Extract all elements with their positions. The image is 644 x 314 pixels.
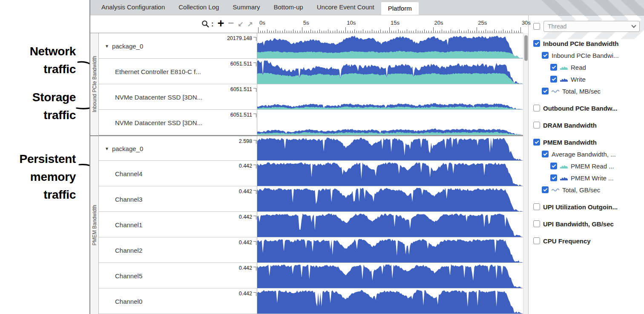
scrollbar-thumb[interactable] [524, 35, 528, 61]
row-label-cell[interactable]: Channel30.442 [99, 186, 257, 211]
ruler-tick [333, 31, 333, 33]
panel-item-upi-bandwidth-gb-sec[interactable]: UPI Bandwidth, GB/sec [533, 218, 642, 230]
row-group-label-pmem: PMEM Bandwidth [90, 136, 98, 314]
row-label-cell[interactable]: Channel10.442 [99, 212, 257, 237]
thread-filter-checkbox[interactable] [533, 23, 540, 30]
ruler-tick [416, 29, 416, 33]
panel-item-cpu-frequency[interactable]: CPU Frequency [533, 235, 642, 247]
row-label[interactable]: NVMe Datacenter SSD [3DN... [115, 93, 202, 100]
panel-item-read[interactable]: Read [533, 61, 642, 73]
row-scale-value: 6051.511 [230, 86, 252, 92]
row-label[interactable]: NVMe Datacenter SSD [3DN... [115, 119, 202, 126]
bandwidth-chart[interactable] [257, 110, 523, 135]
unchecked-checkbox[interactable] [533, 237, 540, 244]
row-label-cell[interactable]: NVMe Datacenter SSD [3DN...6051.511 [99, 110, 257, 135]
checked-checkbox[interactable] [542, 151, 549, 157]
panel-item-write[interactable]: Write [533, 73, 642, 85]
row-label[interactable]: ▼package_0 [105, 145, 143, 152]
row-label-cell[interactable]: Channel00.442 [99, 288, 257, 314]
check-icon [543, 88, 547, 93]
ruler-tick [383, 31, 383, 33]
row-label-cell[interactable]: Channel20.442 [99, 237, 257, 263]
ruler-tick [428, 31, 429, 33]
bandwidth-chart[interactable] [257, 33, 523, 58]
ruler-tick [300, 31, 300, 33]
row-label-cell[interactable]: ▼package_020179.148 [99, 33, 257, 58]
unchecked-checkbox[interactable] [533, 122, 540, 128]
ruler-tick [374, 31, 374, 33]
timeline-row-package-0-4: ▼package_02.598 [99, 136, 523, 161]
tab-collection-log[interactable]: Collection Log [172, 0, 226, 15]
unchecked-checkbox[interactable] [533, 220, 540, 227]
row-label-cell[interactable]: Ethernet Controller E810-C f...6051.511 [99, 59, 257, 84]
panel-item-total-gb-sec[interactable]: Total, GB/sec [533, 184, 642, 196]
checked-checkbox[interactable] [533, 40, 540, 47]
row-label-text: package_0 [112, 42, 143, 49]
panel-item-pmem-bandwidth[interactable]: PMEM Bandwidth [533, 136, 642, 148]
check-icon [535, 140, 539, 144]
row-label-cell[interactable]: Channel40.442 [99, 161, 257, 186]
bandwidth-chart[interactable] [257, 136, 523, 160]
panel-item-outbound-pcie-bandw[interactable]: Outbound PCIe Bandw... [533, 102, 642, 114]
bandwidth-chart[interactable] [257, 84, 523, 109]
row-label-cell[interactable]: Channel50.442 [99, 263, 257, 288]
panel-item-average-bandwidth[interactable]: Average Bandwidth, ... [533, 148, 642, 160]
unchecked-checkbox[interactable] [533, 203, 540, 210]
collapse-triangle-icon[interactable]: ▼ [105, 43, 109, 48]
tab-summary[interactable]: Summary [226, 0, 267, 15]
collapse-triangle-icon[interactable]: ▼ [105, 146, 109, 151]
row-label[interactable]: Channel4 [115, 170, 142, 177]
row-label[interactable]: Channel1 [115, 221, 142, 228]
tab-analysis-configuration[interactable]: Analysis Configuration [95, 0, 172, 15]
bandwidth-chart[interactable] [257, 212, 523, 237]
panel-item-inbound-pcie-bandwi[interactable]: Inbound PCIe Bandwi... [533, 49, 642, 61]
panel-item-pmem-write[interactable]: PMEM Write ... [533, 172, 642, 184]
panel-item-upi-utilization-outgoin[interactable]: UPI Utilization Outgoin... [533, 201, 642, 213]
checked-checkbox[interactable] [533, 139, 540, 146]
bandwidth-chart[interactable] [257, 288, 523, 314]
ruler-tick [424, 29, 425, 33]
ruler-tick [483, 31, 484, 33]
ruler-tick [345, 27, 346, 33]
panel-item-pmem-read[interactable]: PMEM Read ... [533, 160, 642, 172]
row-label[interactable]: Channel0 [115, 297, 142, 305]
thread-filter-select[interactable]: Thread [543, 21, 640, 32]
time-ruler[interactable]: 0s5s10s15s20s25s30s [257, 15, 523, 33]
zoom-next-button[interactable]: ↗ [247, 21, 253, 28]
row-label[interactable]: ▼package_0 [105, 42, 143, 49]
row-label-cell[interactable]: ▼package_02.598 [99, 136, 257, 160]
checked-checkbox[interactable] [550, 76, 557, 83]
row-label[interactable]: Channel2 [115, 246, 142, 254]
bandwidth-chart[interactable] [257, 59, 523, 84]
timeline-row-nvme-datacenter-ssd-3dn-2: NVMe Datacenter SSD [3DN...6051.511 [99, 84, 523, 110]
zoom-out-button[interactable]: − [228, 18, 234, 28]
bandwidth-chart[interactable] [257, 161, 523, 186]
row-label[interactable]: Ethernet Controller E810-C f... [115, 68, 201, 75]
row-label-cell[interactable]: NVMe Datacenter SSD [3DN...6051.511 [99, 84, 257, 109]
row-label[interactable]: Channel3 [115, 195, 142, 203]
row-label[interactable]: Channel5 [115, 272, 142, 279]
panel-item-dram-bandwidth[interactable]: DRAM Bandwidth [533, 119, 642, 131]
annotation-line: Storage [0, 88, 76, 106]
bandwidth-chart[interactable] [257, 186, 523, 211]
checked-checkbox[interactable] [542, 88, 549, 94]
tab-platform[interactable]: Platform [381, 2, 419, 15]
panel-item-inbound-pcie-bandwidth[interactable]: Inbound PCIe Bandwidth [533, 37, 642, 49]
checked-checkbox[interactable] [550, 163, 557, 169]
ruler-tick [365, 31, 366, 33]
bandwidth-chart[interactable] [257, 237, 523, 263]
ruler-tick [276, 29, 276, 33]
checked-checkbox[interactable] [550, 64, 557, 71]
tab-bottom-up[interactable]: Bottom-up [267, 0, 310, 15]
zoom-tool-icon[interactable] [201, 20, 210, 28]
checked-checkbox[interactable] [542, 186, 549, 193]
checked-checkbox[interactable] [550, 174, 557, 181]
checked-checkbox[interactable] [542, 52, 549, 59]
zoom-prev-button[interactable]: ↙ [238, 21, 243, 28]
panel-item-total-mb-sec[interactable]: Total, MB/sec [533, 85, 642, 97]
bandwidth-chart[interactable] [257, 263, 523, 288]
zoom-in-button[interactable]: + [217, 18, 224, 29]
tab-uncore-event-count[interactable]: Uncore Event Count [310, 0, 381, 15]
unchecked-checkbox[interactable] [533, 105, 540, 111]
vertical-scrollbar[interactable] [523, 33, 528, 314]
